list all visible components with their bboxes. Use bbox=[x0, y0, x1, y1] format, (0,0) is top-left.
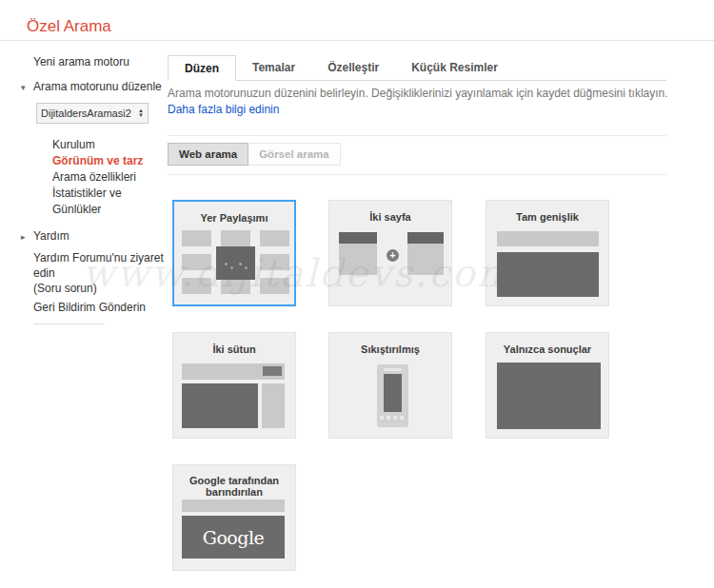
preview-shape bbox=[407, 232, 444, 244]
layout-card-title: Yalnızca sonuçlar bbox=[486, 343, 608, 355]
sidebar-item-look-and-feel[interactable]: Görünüm ve tarz bbox=[52, 153, 168, 169]
layout-card-title: Tam genişlik bbox=[486, 211, 608, 223]
tab-thumbnails[interactable]: Küçük Resimler bbox=[395, 55, 514, 80]
preview-shape bbox=[221, 230, 250, 246]
preview-shape bbox=[497, 252, 599, 297]
preview-shape: Google bbox=[182, 516, 285, 559]
preview-page-right bbox=[407, 232, 444, 275]
layout-card-google-hosted[interactable]: Google tarafından barındırılan Google bbox=[172, 464, 296, 571]
divider bbox=[168, 174, 666, 175]
tab-bar: Düzen Temalar Özelleştir Küçük Resimler bbox=[168, 55, 666, 81]
preview-shape bbox=[384, 374, 402, 412]
preview-dot bbox=[225, 263, 228, 265]
web-search-button[interactable]: Web arama bbox=[168, 143, 248, 166]
preview-dot bbox=[230, 266, 233, 269]
preview-shape bbox=[384, 368, 402, 371]
layout-card-results-only[interactable]: Yalnızca sonuçlar bbox=[486, 332, 609, 439]
sidebar-item-new-engine[interactable]: Yeni arama motoru bbox=[33, 55, 168, 69]
preview-shape bbox=[339, 244, 377, 275]
image-search-button[interactable]: Görsel arama bbox=[248, 143, 341, 166]
sidebar-item-label: Arama motorunu düzenle bbox=[33, 80, 162, 93]
preview-shape bbox=[260, 278, 289, 294]
preview-shape bbox=[221, 278, 250, 294]
sidebar-item-send-feedback[interactable]: Geri Bildirim Gönderin bbox=[33, 301, 168, 315]
preview-shape bbox=[260, 254, 289, 270]
layout-card-overlay[interactable]: Yer Paylaşımı bbox=[172, 200, 296, 306]
layout-card-title: Google tarafından barındırılan bbox=[182, 475, 287, 498]
sidebar-divider bbox=[33, 323, 105, 324]
sidebar-item-search-features[interactable]: Arama özellikleri bbox=[52, 169, 168, 186]
preview-page-left bbox=[339, 232, 377, 275]
layout-card-two-column[interactable]: İki sütun bbox=[172, 332, 296, 439]
preview-shape bbox=[260, 230, 289, 246]
preview-shape bbox=[182, 500, 285, 512]
preview-phone-buttons bbox=[380, 416, 404, 420]
updown-arrows-icon: ▲▼ bbox=[138, 108, 144, 118]
preview-shape bbox=[262, 383, 285, 428]
sidebar-item-edit-engine[interactable]: ▾ Arama motorunu düzenle bbox=[33, 80, 168, 93]
sidebar-submenu: Kurulum Görünüm ve tarz Arama özellikler… bbox=[52, 137, 168, 218]
layout-card-title: Yer Paylaşımı bbox=[174, 212, 294, 224]
preview-shape bbox=[263, 366, 282, 376]
layout-card-title: Sıkıştırılmış bbox=[329, 343, 451, 355]
preview-shape bbox=[407, 244, 444, 275]
sidebar-item-help-forum[interactable]: Yardım Forumu'nu ziyaret edin bbox=[33, 250, 165, 281]
learn-more-link[interactable]: Daha fazla bilgi edinin bbox=[168, 103, 279, 116]
layout-card-full-width[interactable]: Tam genişlik bbox=[486, 200, 609, 306]
triangle-down-icon: ▾ bbox=[21, 81, 26, 94]
divider bbox=[168, 135, 666, 136]
layout-card-title: İki sütun bbox=[173, 343, 295, 355]
plus-icon: + bbox=[387, 249, 399, 262]
preview-shape bbox=[182, 254, 211, 270]
sidebar-item-ask-question[interactable]: (Soru sorun) bbox=[33, 281, 168, 296]
search-type-toggle: Web arama Görsel arama bbox=[168, 143, 341, 166]
page-title: Özel Arama bbox=[27, 17, 111, 36]
preview-shape bbox=[182, 278, 211, 294]
layout-card-two-page[interactable]: İki sayfa + bbox=[328, 200, 452, 306]
sidebar: Yeni arama motoru ▾ Arama motorunu düzen… bbox=[0, 53, 168, 324]
preview-shape bbox=[182, 230, 211, 246]
preview-dot bbox=[245, 266, 248, 269]
preview-shape bbox=[497, 363, 601, 429]
sidebar-item-help[interactable]: ▸ Yardım bbox=[33, 229, 168, 243]
engine-select-value: DijitaldersAramasi2 bbox=[41, 108, 136, 119]
google-logo: Google bbox=[203, 527, 265, 548]
header-divider bbox=[0, 40, 714, 41]
preview-dot bbox=[239, 263, 242, 265]
preview-shape bbox=[497, 231, 599, 246]
layout-card-compact[interactable]: Sıkıştırılmış bbox=[328, 332, 452, 439]
preview-overlay-block bbox=[216, 246, 255, 280]
triangle-right-icon: ▸ bbox=[21, 230, 26, 244]
tab-themes[interactable]: Temalar bbox=[236, 55, 311, 80]
sidebar-item-statistics-logs[interactable]: İstatistikler ve Günlükler bbox=[52, 186, 152, 218]
layout-description: Arama motorunuzun düzenini belirleyin. D… bbox=[168, 87, 682, 100]
layout-card-title: İki sayfa bbox=[329, 211, 451, 223]
sidebar-item-label: Yardım bbox=[33, 229, 69, 243]
tab-layout[interactable]: Düzen bbox=[168, 55, 236, 81]
preview-shape bbox=[182, 383, 258, 428]
sidebar-item-setup[interactable]: Kurulum bbox=[52, 137, 168, 153]
engine-select[interactable]: DijitaldersAramasi2 ▲▼ bbox=[36, 103, 149, 124]
preview-shape bbox=[339, 232, 377, 244]
tab-customize[interactable]: Özelleştir bbox=[311, 55, 395, 80]
custom-search-page: Özel Arama Yeni arama motoru ▾ Arama mot… bbox=[0, 0, 714, 588]
